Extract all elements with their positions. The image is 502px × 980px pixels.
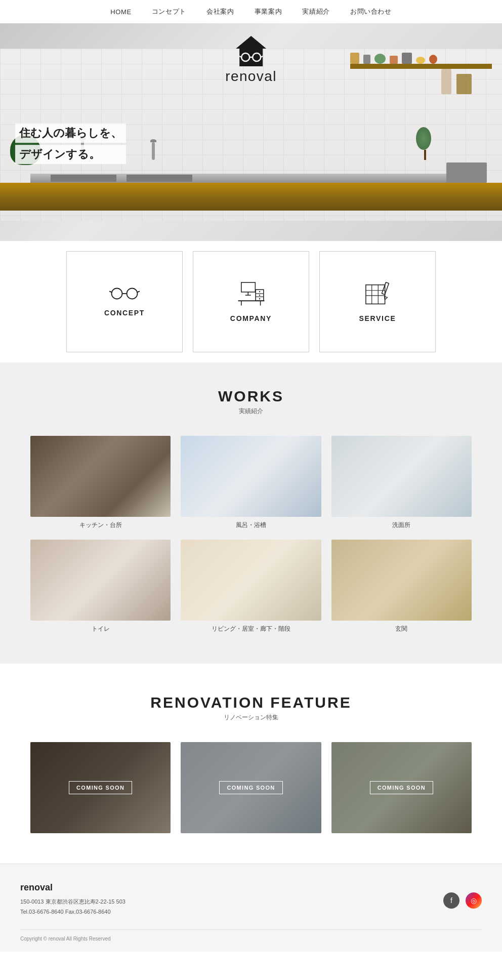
- hero-tagline: 住む人の暮らしを、 デザインする。: [15, 124, 126, 166]
- works-subtitle: 実績紹介: [30, 407, 472, 416]
- nav-service[interactable]: 事業案内: [255, 7, 282, 16]
- main-nav: HOME コンセプト 会社案内 事業案内 実績紹介 お問い合わせ: [0, 0, 502, 23]
- coming-soon-2: COMING SOON: [219, 781, 282, 794]
- feature-section: RENOVATION FEATURE リノベーション特集 COMING SOON…: [0, 664, 502, 864]
- feature-subtitle: リノベーション特集: [30, 713, 472, 722]
- footer: renoval 150-0013 東京都渋谷区恵比寿2-22-15 503 Te…: [0, 864, 502, 952]
- svg-point-19: [259, 295, 260, 296]
- service-label: SERVICE: [359, 314, 396, 322]
- feature-title: RENOVATION FEATURE: [30, 694, 472, 711]
- category-company[interactable]: COMPANY: [193, 251, 309, 352]
- footer-tel: Tel.03-6676-8640 Fax.03-6676-8640: [20, 907, 126, 917]
- work-img-sink: [331, 436, 472, 517]
- nav-works[interactable]: 実績紹介: [302, 7, 330, 16]
- svg-point-7: [112, 289, 122, 299]
- coming-soon-1: COMING SOON: [69, 781, 132, 794]
- works-section: WORKS 実績紹介 キッチン・台所 風呂・浴槽 洗面所 トイレ リビング・居室…: [0, 362, 502, 664]
- work-img-bath: [181, 436, 321, 517]
- svg-rect-29: [382, 282, 389, 295]
- feature-overlay-3: COMING SOON: [331, 742, 472, 833]
- feature-item-3[interactable]: COMING SOON: [331, 742, 472, 833]
- footer-brand: renoval: [20, 882, 126, 893]
- work-label-toilet: トイレ: [92, 625, 110, 633]
- svg-marker-0: [236, 36, 266, 49]
- svg-line-10: [109, 292, 112, 293]
- works-title: WORKS: [30, 388, 472, 405]
- work-img-living: [181, 540, 321, 621]
- concept-label: CONCEPT: [104, 309, 145, 317]
- svg-point-20: [259, 298, 260, 299]
- hero-logo: renoval: [225, 33, 277, 85]
- works-grid: キッチン・台所 風呂・浴槽 洗面所 トイレ リビング・居室・廊下・階段 玄関: [30, 436, 472, 633]
- brand-name: renoval: [225, 68, 277, 85]
- nav-home[interactable]: HOME: [110, 8, 132, 16]
- instagram-icon[interactable]: ◎: [466, 892, 482, 909]
- hero-section: renoval 住む人の暮らしを、 デザインする。: [0, 23, 502, 241]
- work-item-kitchen[interactable]: キッチン・台所: [30, 436, 171, 529]
- work-img-toilet: [30, 540, 171, 621]
- work-label-sink: 洗面所: [392, 521, 410, 529]
- feature-grid: COMING SOON COMING SOON COMING SOON: [30, 742, 472, 833]
- svg-rect-12: [241, 282, 255, 292]
- company-label: COMPANY: [230, 314, 272, 322]
- work-item-bath[interactable]: 風呂・浴槽: [181, 436, 321, 529]
- nav-contact[interactable]: お問い合わせ: [350, 7, 392, 16]
- svg-rect-24: [365, 285, 385, 304]
- hero-tagline-line1: 住む人の暮らしを、: [15, 124, 126, 143]
- feature-overlay-1: COMING SOON: [30, 742, 171, 833]
- svg-point-8: [127, 289, 138, 299]
- category-service[interactable]: SERVICE: [319, 251, 436, 352]
- work-label-kitchen: キッチン・台所: [79, 521, 122, 529]
- work-label-living: リビング・居室・廊下・階段: [212, 625, 290, 633]
- svg-point-18: [259, 291, 260, 292]
- svg-line-11: [138, 292, 140, 293]
- facebook-icon[interactable]: f: [443, 892, 459, 909]
- footer-address: 150-0013 東京都渋谷区恵比寿2-22-15 503: [20, 897, 126, 907]
- work-label-entrance: 玄関: [395, 625, 407, 633]
- work-item-toilet[interactable]: トイレ: [30, 540, 171, 633]
- feature-item-2[interactable]: COMING SOON: [181, 742, 321, 833]
- feature-item-1[interactable]: COMING SOON: [30, 742, 171, 833]
- nav-concept[interactable]: コンセプト: [152, 7, 186, 16]
- nav-company[interactable]: 会社案内: [206, 7, 234, 16]
- category-section: CONCEPT COMPANY: [0, 241, 502, 362]
- feature-overlay-2: COMING SOON: [181, 742, 321, 833]
- footer-copyright: Copyright © renoval All Rights Reserved: [20, 929, 482, 942]
- work-item-sink[interactable]: 洗面所: [331, 436, 472, 529]
- hero-tagline-line2: デザインする。: [15, 145, 126, 164]
- svg-marker-30: [383, 296, 387, 300]
- coming-soon-3: COMING SOON: [370, 781, 433, 794]
- work-item-living[interactable]: リビング・居室・廊下・階段: [181, 540, 321, 633]
- work-img-kitchen: [30, 436, 171, 517]
- work-img-entrance: [331, 540, 472, 621]
- social-links: f ◎: [443, 892, 482, 909]
- work-item-entrance[interactable]: 玄関: [331, 540, 472, 633]
- category-concept[interactable]: CONCEPT: [66, 251, 183, 352]
- work-label-bath: 風呂・浴槽: [236, 521, 266, 529]
